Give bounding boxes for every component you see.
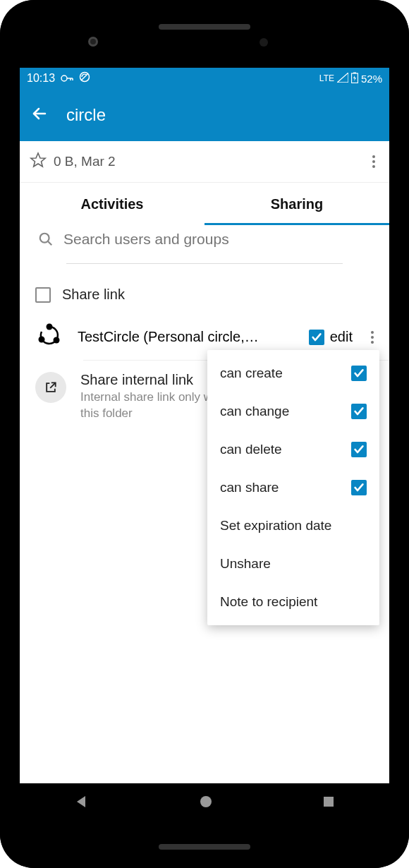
share-entry-menu-button[interactable] bbox=[367, 327, 378, 348]
external-link-icon bbox=[35, 372, 66, 403]
can-share-checkbox[interactable] bbox=[351, 480, 367, 495]
app-bar: circle bbox=[20, 89, 389, 141]
popup-set-expiration[interactable]: Set expiration date bbox=[207, 507, 379, 545]
svg-point-0 bbox=[61, 76, 67, 81]
svg-point-10 bbox=[40, 233, 49, 242]
can-create-checkbox[interactable] bbox=[351, 366, 367, 381]
svg-line-15 bbox=[50, 382, 56, 388]
share-entry-name: TestCircle (Personal circle,… bbox=[78, 329, 295, 345]
svg-point-13 bbox=[54, 337, 60, 344]
popup-can-create[interactable]: can create bbox=[207, 354, 379, 392]
edit-label: edit bbox=[330, 329, 353, 345]
page-title: circle bbox=[66, 105, 106, 125]
share-options-popup: can create can change can delete can sha… bbox=[207, 350, 379, 625]
search-icon bbox=[38, 231, 54, 251]
search-input[interactable] bbox=[63, 231, 371, 251]
svg-point-14 bbox=[39, 337, 45, 343]
svg-rect-18 bbox=[324, 797, 334, 807]
svg-line-11 bbox=[48, 241, 52, 245]
nav-recent-button[interactable] bbox=[323, 796, 334, 810]
tabs: Activities Sharing bbox=[20, 183, 389, 225]
svg-point-17 bbox=[200, 796, 212, 807]
network-label: LTE bbox=[319, 73, 334, 83]
tab-activities[interactable]: Activities bbox=[20, 183, 204, 225]
file-meta: 0 B, Mar 2 bbox=[54, 154, 116, 169]
back-button[interactable] bbox=[31, 105, 48, 125]
can-delete-checkbox[interactable] bbox=[351, 442, 367, 457]
svg-rect-7 bbox=[353, 72, 356, 73]
popup-can-share[interactable]: can share bbox=[207, 469, 379, 507]
file-info-bar: 0 B, Mar 2 bbox=[20, 141, 389, 183]
battery-icon bbox=[351, 72, 358, 85]
svg-marker-9 bbox=[31, 153, 45, 167]
search-row bbox=[20, 225, 389, 263]
tab-sharing[interactable]: Sharing bbox=[204, 183, 389, 225]
edit-checkbox[interactable] bbox=[309, 330, 324, 345]
signal-icon bbox=[337, 73, 348, 85]
circle-icon bbox=[35, 321, 63, 353]
system-nav-bar bbox=[20, 783, 389, 823]
popup-can-change[interactable]: can change bbox=[207, 392, 379, 430]
status-bar: 10:13 LTE 52% bbox=[20, 68, 389, 89]
nav-home-button[interactable] bbox=[200, 795, 212, 811]
share-link-row[interactable]: Share link bbox=[20, 275, 389, 314]
svg-point-12 bbox=[47, 324, 53, 330]
popup-can-delete[interactable]: can delete bbox=[207, 430, 379, 469]
favorite-button[interactable] bbox=[30, 152, 47, 172]
battery-pct: 52% bbox=[361, 73, 382, 85]
share-link-checkbox[interactable] bbox=[35, 287, 51, 303]
popup-note-recipient[interactable]: Note to recipient bbox=[207, 583, 379, 621]
can-change-checkbox[interactable] bbox=[351, 404, 367, 419]
status-time: 10:13 bbox=[27, 72, 55, 85]
popup-unshare[interactable]: Unshare bbox=[207, 545, 379, 583]
svg-marker-16 bbox=[77, 796, 85, 807]
nosync-icon bbox=[79, 71, 90, 85]
file-menu-button[interactable] bbox=[368, 151, 379, 172]
nav-back-button[interactable] bbox=[75, 795, 89, 812]
share-link-label: Share link bbox=[62, 287, 125, 303]
key-icon bbox=[61, 72, 73, 85]
